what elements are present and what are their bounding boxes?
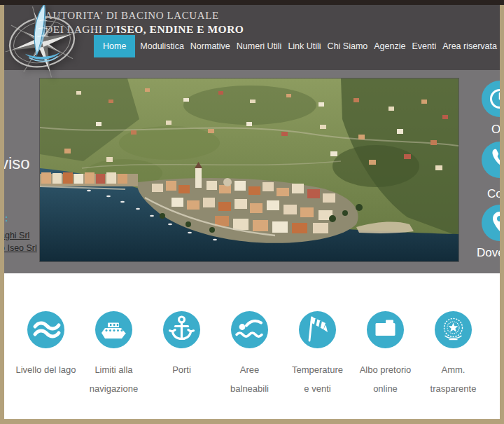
boat-icon: [95, 311, 132, 348]
left-heading-fragment: viso: [0, 153, 30, 173]
quick-link-label: Albo pretorio: [360, 360, 412, 379]
quick-link-label: Aree: [230, 360, 269, 379]
nav-item-agenzie[interactable]: Agenzie: [372, 35, 407, 57]
quick-link-label: Livello del lago: [15, 360, 76, 379]
left-note-fragment: :: [5, 213, 8, 224]
windsock-icon: [299, 311, 336, 348]
anchor-icon: [163, 311, 200, 348]
bottom-border: [0, 419, 504, 424]
quick-link-label: Amm.: [430, 360, 477, 379]
left-link-iseo-srl[interactable]: o Iseo Srl: [0, 243, 37, 253]
quick-link-temperature-venti[interactable]: Temperature e venti: [284, 311, 351, 398]
quick-link-livello-del-lago[interactable]: Livello del lago: [12, 311, 80, 398]
left-border: [0, 4, 4, 424]
nav-item-link-utili[interactable]: Link Utili: [286, 35, 322, 57]
quick-link-albo-pretorio[interactable]: Albo pretorio online: [351, 311, 419, 398]
nav-item-normative[interactable]: Normative: [189, 35, 232, 57]
left-link-laghi-srl[interactable]: aghi Srl: [0, 231, 29, 240]
quick-link-label: balneabili: [230, 379, 269, 398]
quick-link-label: Limiti alla: [90, 360, 138, 379]
waves-icon: [27, 311, 64, 348]
nav-item-chi-siamo[interactable]: Chi Siamo: [326, 35, 370, 57]
quick-link-label: e venti: [292, 379, 343, 398]
quick-link-label: trasparente: [430, 379, 477, 398]
quick-link-label: Porti: [172, 360, 191, 379]
folder-icon: [367, 311, 404, 348]
nav-item-modulistica[interactable]: Modulistica: [139, 35, 186, 57]
page: AUTORITA' DI BACINO LACUALE DEI LAGHI D'…: [0, 0, 504, 424]
quick-link-label: navigazione: [90, 379, 138, 398]
quick-link-amm-trasparente[interactable]: Amm. trasparente: [419, 311, 487, 398]
compass-logo-icon: [3, 1, 81, 80]
nav-item-area-riservata[interactable]: Area riservata: [441, 35, 498, 57]
nav-item-home[interactable]: Home: [94, 35, 135, 57]
quick-links-section: Livello del lago: [12, 311, 492, 398]
quick-link-label: online: [360, 379, 412, 398]
quick-link-limiti-navigazione[interactable]: Limiti alla navigazione: [80, 311, 148, 398]
quick-link-porti[interactable]: Porti: [148, 311, 216, 398]
hero-photo: [40, 78, 458, 261]
swimmer-icon: [231, 311, 268, 348]
quick-link-aree-balneabili[interactable]: Aree balneabili: [216, 311, 284, 398]
nav-item-numeri-utili[interactable]: Numeri Utili: [235, 35, 284, 57]
top-border: [0, 0, 504, 5]
right-border: [500, 4, 504, 424]
emblem-icon: [435, 311, 472, 348]
quick-link-label: Temperature: [292, 360, 343, 379]
main-nav: Home Modulistica Normative Numeri Utili …: [94, 35, 498, 57]
nav-item-eventi[interactable]: Eventi: [410, 35, 438, 57]
